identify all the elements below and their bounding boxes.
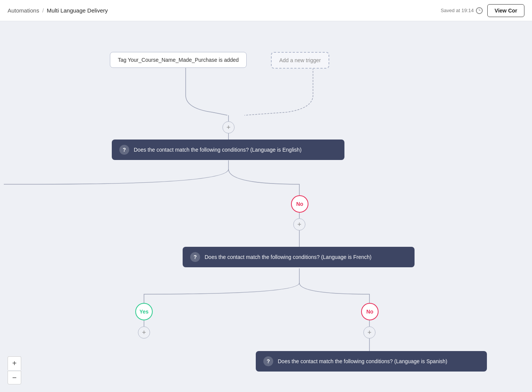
workflow-canvas: Tag Your_Course_Name_Made_Purchase is ad… [0, 21, 532, 392]
zoom-out-button[interactable]: − [8, 371, 21, 384]
condition-3-label: Does the contact match the following con… [278, 358, 448, 364]
saved-text: Saved at 19:14 [441, 8, 474, 13]
trigger-2-label: Add a new trigger [279, 57, 321, 63]
trigger-1-label: Tag Your_Course_Name_Made_Purchase is ad… [118, 57, 239, 63]
header-right: Saved at 19:14 View Cor [441, 4, 524, 17]
condition-3-badge: ? [263, 356, 273, 366]
add-step-1-button[interactable]: + [222, 121, 235, 133]
add-step-4-button[interactable]: + [363, 326, 376, 339]
condition-2-label: Does the contact match the following con… [205, 254, 371, 260]
condition-node-3[interactable]: ? Does the contact match the following c… [256, 351, 487, 372]
connector-lines [0, 21, 532, 392]
zoom-in-button[interactable]: + [8, 356, 21, 370]
zoom-controls: + − [8, 356, 21, 384]
breadcrumb-current: Multi Language Delivery [47, 7, 108, 14]
add-step-3-button[interactable]: + [138, 326, 150, 339]
header: Automations / Multi Language Delivery Sa… [0, 0, 532, 21]
view-cor-button[interactable]: View Cor [487, 4, 524, 17]
branch-yes-1: Yes [135, 303, 153, 320]
branch-no-2: No [361, 303, 379, 320]
branch-no-1: No [291, 195, 308, 213]
condition-1-badge: ? [119, 145, 129, 155]
clock-icon [476, 7, 483, 14]
breadcrumb-root[interactable]: Automations [8, 7, 39, 14]
trigger-node-2[interactable]: Add a new trigger [271, 52, 329, 69]
condition-1-label: Does the contact match the following con… [134, 147, 302, 153]
trigger-node-1[interactable]: Tag Your_Course_Name_Made_Purchase is ad… [110, 52, 247, 68]
breadcrumb-separator: / [42, 7, 44, 14]
condition-node-1[interactable]: ? Does the contact match the following c… [112, 140, 344, 160]
condition-2-badge: ? [190, 252, 200, 262]
breadcrumb: Automations / Multi Language Delivery [8, 7, 108, 14]
saved-status: Saved at 19:14 [441, 7, 483, 14]
condition-node-2[interactable]: ? Does the contact match the following c… [183, 247, 415, 267]
add-step-2-button[interactable]: + [293, 218, 305, 230]
